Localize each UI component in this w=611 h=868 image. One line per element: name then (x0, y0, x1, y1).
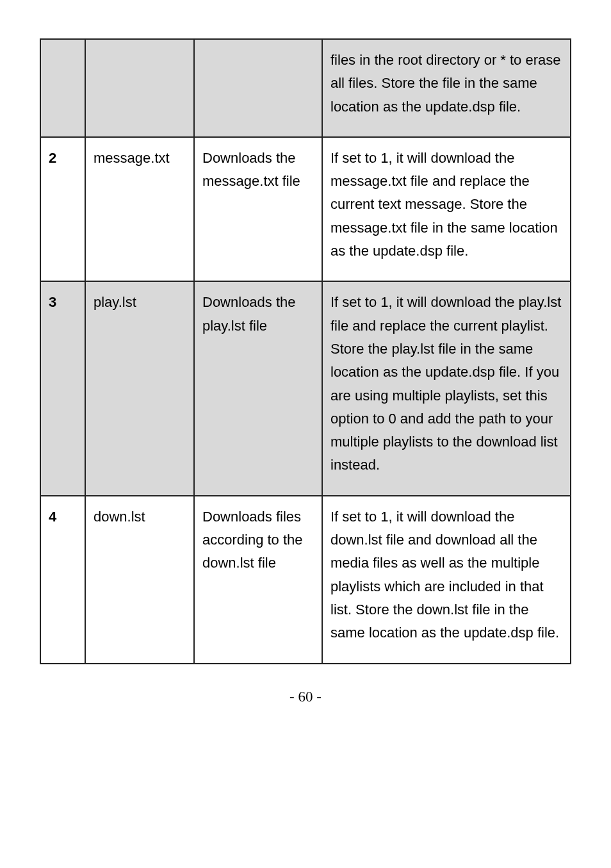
spec-table: files in the root directory or * to eras… (40, 38, 571, 664)
table-row: 3 play.lst Downloads the play.lst file I… (40, 281, 571, 495)
cell-index: 2 (40, 137, 85, 281)
cell-index: 3 (40, 281, 85, 495)
cell-name: play.lst (85, 281, 194, 495)
table-row: 4 down.lst Downloads files according to … (40, 496, 571, 664)
cell-action: Downloads the message.txt file (194, 137, 322, 281)
cell-desc: If set to 1, it will download the play.l… (322, 281, 571, 495)
cell-action (194, 39, 322, 137)
cell-name: down.lst (85, 496, 194, 664)
cell-index: 4 (40, 496, 85, 664)
cell-action: Downloads the play.lst file (194, 281, 322, 495)
cell-name: message.txt (85, 137, 194, 281)
page-container: files in the root directory or * to eras… (0, 0, 611, 868)
cell-name (85, 39, 194, 137)
cell-desc: If set to 1, it will download the down.l… (322, 496, 571, 664)
cell-desc: If set to 1, it will download the messag… (322, 137, 571, 281)
table-row: files in the root directory or * to eras… (40, 39, 571, 137)
table-row: 2 message.txt Downloads the message.txt … (40, 137, 571, 281)
cell-action: Downloads files according to the down.ls… (194, 496, 322, 664)
cell-desc: files in the root directory or * to eras… (322, 39, 571, 137)
page-number: - 60 - (40, 689, 571, 705)
cell-index (40, 39, 85, 137)
table-body: files in the root directory or * to eras… (40, 39, 571, 664)
